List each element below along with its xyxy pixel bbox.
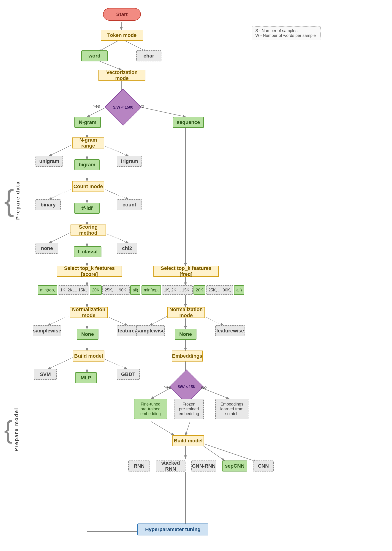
legend-line2: W - Number of words per sample: [255, 33, 317, 38]
none-node: none: [35, 243, 58, 254]
hyperparameter-node: Hyperparameter tuning: [137, 523, 208, 535]
vectorization-mode-node: Vectorization mode: [98, 70, 145, 81]
fine-tuned-node: Fine-tuned pre-trained embedding: [134, 399, 167, 419]
learned-scratch-node: Embeddings learned from scratch: [215, 399, 248, 419]
none-right-node: None: [175, 329, 196, 340]
token-mode-node: Token mode: [101, 30, 143, 41]
tfidf-node: tf-idf: [74, 203, 100, 214]
count-node: count: [117, 199, 142, 210]
svg-line-22: [48, 314, 73, 325]
no2-label: No: [201, 385, 207, 390]
scoring-method-node: Scoring method: [70, 225, 106, 235]
svg-line-41: [185, 422, 190, 435]
char-node: char: [136, 50, 161, 61]
topk-vals-right: min(top, 1K, 2K,... 15K, 20K 25K, ... 90…: [141, 285, 244, 295]
start-node: Start: [103, 8, 141, 21]
trigram-node: trigram: [117, 156, 142, 167]
rnn-node: RNN: [128, 460, 150, 472]
svg-line-26: [48, 357, 73, 369]
sepcnn-node: sepCNN: [222, 460, 247, 472]
svg-line-16: [49, 231, 73, 243]
diagram-container: S - Number of samples W - Number of word…: [0, 0, 392, 551]
chi2-node: chi2: [117, 243, 137, 254]
svg-line-8: [49, 144, 73, 156]
binary-node: binary: [35, 199, 61, 210]
svg-line-10: [101, 144, 128, 156]
svg-line-12: [49, 188, 73, 199]
norm-mode-left-node: Normalization mode: [70, 307, 108, 318]
build-model-node: Build model: [73, 351, 105, 361]
cnn-rnn-node: CNN-RNN: [191, 460, 216, 472]
samplewise-left-node: samplewise: [33, 325, 61, 336]
samplewise-right-node: samplewise: [136, 325, 165, 336]
svg-line-14: [101, 188, 128, 199]
ngram-range-node: N-gram range: [72, 137, 104, 148]
f-classif-node: f_classif: [74, 246, 101, 257]
norm-mode-right-node: Normalization mode: [167, 307, 205, 318]
yes1-label: Yes: [93, 104, 100, 109]
yes2-label: Yes: [164, 385, 171, 390]
frozen-node: Frozen pre-trained embedding: [174, 399, 204, 419]
build-model2-node: Build model: [172, 435, 204, 446]
svg-line-1: [98, 39, 121, 51]
legend-line1: S - Number of samples: [255, 28, 317, 33]
svm-node: SVM: [34, 369, 57, 380]
legend-box: S - Number of samples W - Number of word…: [252, 26, 321, 40]
svg-line-2: [121, 39, 147, 51]
svg-line-3: [98, 61, 121, 70]
none-left-node: None: [77, 329, 98, 340]
featurewise-right-node: featurewise: [215, 325, 245, 336]
prepare-model-bracket: { Prepare model: [4, 346, 20, 513]
select-topk-freq-node: Select top_k features [freq]: [154, 266, 219, 277]
svg-line-40: [151, 422, 174, 435]
stacked-rnn-node: stacked RNN: [156, 460, 185, 472]
sequence-node: sequence: [173, 117, 204, 128]
topk-vals-left: min(top, 1K, 2K,... 15K, 20K 25K, ... 90…: [38, 285, 140, 295]
mlp-node: MLP: [75, 372, 97, 383]
ngram-node: N-gram: [74, 117, 101, 128]
embeddings-node: Embeddings: [172, 351, 203, 361]
prepare-data-bracket: { Prepare data: [4, 57, 21, 344]
no1-label: No: [139, 104, 144, 109]
unigram-node: unigram: [35, 156, 63, 167]
sw1500-diamond: S/W < 1500: [105, 88, 142, 126]
select-topk-score-node: Select top_k features [score]: [57, 266, 122, 277]
gbdt-node: GBDT: [117, 369, 140, 380]
bigram-node: bigram: [74, 159, 100, 170]
svg-line-28: [101, 357, 127, 369]
svg-line-44: [199, 442, 256, 462]
count-mode-node: Count mode: [72, 181, 104, 192]
word-node: word: [81, 50, 108, 61]
cnn-node: CNN: [253, 460, 274, 472]
